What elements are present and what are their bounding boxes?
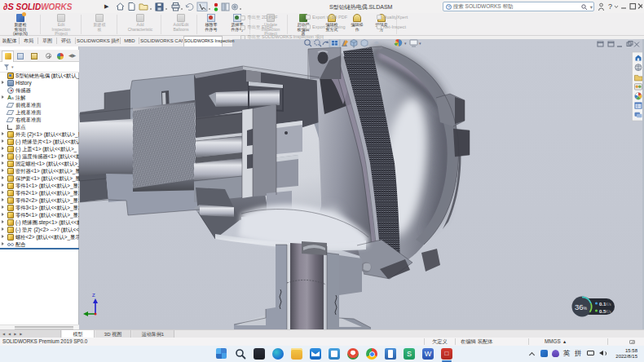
svg-text:?: ? [608, 2, 612, 11]
svg-text:0.5K/s: 0.5K/s [599, 309, 612, 314]
svg-text:▾: ▾ [419, 41, 421, 46]
svg-text:Z: Z [92, 293, 95, 298]
svg-text:▾: ▾ [404, 41, 407, 46]
svg-text:0.1K/s: 0.1K/s [599, 302, 612, 307]
